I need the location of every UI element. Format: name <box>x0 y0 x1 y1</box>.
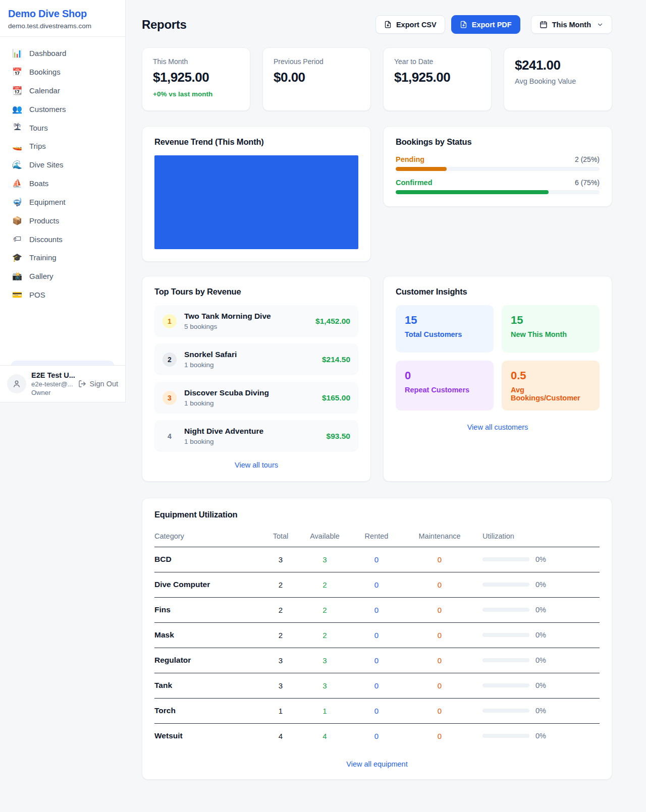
revenue-trend-chart <box>154 155 358 249</box>
sidebar-item-gallery[interactable]: 📸 Gallery <box>7 267 118 285</box>
user-role: Owner <box>31 389 73 396</box>
sidebar-item-dive-sites[interactable]: 🌊 Dive Sites <box>7 155 118 174</box>
charts-row: Revenue Trend (This Month) Bookings by S… <box>142 126 612 262</box>
equipment-maintenance: 0 <box>407 631 472 640</box>
equipment-total: 4 <box>258 732 303 740</box>
equipment-available: 4 <box>303 732 346 740</box>
equipment-utilization-cell: 0% <box>472 707 600 715</box>
bookings-by-status-title: Bookings by Status <box>396 137 600 147</box>
top-tours-title: Top Tours by Revenue <box>154 287 358 297</box>
sidebar: Demo Dive Shop demo.test.divestreams.com… <box>0 0 126 402</box>
sidebar-item-tours[interactable]: 🏝 Tours <box>7 119 118 137</box>
equipment-rented: 0 <box>346 606 407 614</box>
export-csv-button[interactable]: Export CSV <box>375 15 445 34</box>
equipment-utilization-title: Equipment Utilization <box>154 510 600 519</box>
stat-value: $1,925.00 <box>153 70 239 85</box>
equipment-utilization-cell: 0% <box>472 681 600 689</box>
sidebar-item-pos[interactable]: 💳 POS <box>7 285 118 304</box>
sidebar-item-label: Dashboard <box>29 49 66 57</box>
sidebar-item-label: Calendar <box>29 86 60 95</box>
table-row: Wetsuit 4 4 0 0 0% <box>154 724 600 748</box>
stat-label: Avg Booking Value <box>515 77 601 85</box>
sidebar-item-label: Training <box>29 253 57 262</box>
stat-value: $0.00 <box>274 70 360 85</box>
bookings-icon: 📅 <box>12 67 22 77</box>
sidebar-item-training[interactable]: 🎓 Training <box>7 248 118 267</box>
stat-label: This Month <box>153 57 239 66</box>
sidebar-item-bookings[interactable]: 📅 Bookings <box>7 63 118 81</box>
insight-label: Avg Bookings/Customer <box>511 386 590 402</box>
view-all-equipment-link[interactable]: View all equipment <box>154 760 600 768</box>
sidebar-item-boats[interactable]: ⛵ Boats <box>7 174 118 193</box>
sidebar-item-dashboard[interactable]: 📊 Dashboard <box>7 44 118 63</box>
status-count: 2 (25%) <box>575 155 600 163</box>
table-row: Tank 3 3 0 0 0% <box>154 673 600 699</box>
export-pdf-button[interactable]: Export PDF <box>451 15 520 34</box>
equipment-available: 2 <box>303 606 346 614</box>
utilization-percent: 0% <box>535 581 546 589</box>
equipment-utilization-cell: 0% <box>472 631 600 639</box>
sidebar-item-customers[interactable]: 👥 Customers <box>7 100 118 119</box>
status-row-confirmed: Confirmed 6 (75%) <box>396 179 600 194</box>
sidebar-item-calendar[interactable]: 📆 Calendar <box>7 81 118 100</box>
boats-icon: ⛵ <box>12 179 22 188</box>
view-all-customers-link[interactable]: View all customers <box>396 423 600 431</box>
customers-icon: 👥 <box>12 104 22 114</box>
sidebar-item-label: Trips <box>29 142 46 150</box>
equipment-maintenance: 0 <box>407 606 472 614</box>
tour-row: 2 Snorkel Safari 1 booking $214.50 <box>154 343 358 375</box>
utilization-bar-track <box>482 658 529 662</box>
sidebar-item-reports-partial[interactable] <box>11 361 114 365</box>
view-all-tours-link[interactable]: View all tours <box>154 461 358 469</box>
period-selector[interactable]: This Month <box>531 15 612 34</box>
stat-label: Previous Period <box>274 57 360 66</box>
sidebar-item-trips[interactable]: 🚤 Trips <box>7 137 118 155</box>
tour-name: Discover Scuba Diving <box>184 388 269 397</box>
utilization-bar-track <box>482 557 529 561</box>
logout-icon <box>78 380 86 388</box>
utilization-percent: 0% <box>535 555 546 563</box>
sidebar-item-label: POS <box>29 291 45 299</box>
equipment-utilization-card: Equipment Utilization Category Total Ava… <box>142 498 612 780</box>
gallery-icon: 📸 <box>12 271 22 281</box>
equipment-category: BCD <box>154 555 258 564</box>
sidebar-item-discounts[interactable]: 🏷 Discounts <box>7 230 118 248</box>
tour-row: 4 Night Dive Adventure 1 booking $93.50 <box>154 420 358 452</box>
utilization-bar-track <box>482 633 529 637</box>
equipment-utilization-cell: 0% <box>472 555 600 563</box>
status-bar-fill <box>396 167 447 171</box>
stat-card-this-month: This Month $1,925.00 +0% vs last month <box>142 47 250 111</box>
insights-grid: 15 Total Customers 15 New This Month 0 R… <box>396 305 600 411</box>
sign-out-button[interactable]: Sign Out <box>78 380 118 388</box>
equipment-rented: 0 <box>346 707 407 715</box>
equipment-category: Wetsuit <box>154 731 258 740</box>
tour-revenue: $1,452.00 <box>315 317 350 326</box>
insight-value: 0 <box>405 369 484 382</box>
chevron-down-icon <box>597 21 604 28</box>
sidebar-item-label: Boats <box>29 179 48 188</box>
equipment-maintenance: 0 <box>407 656 472 665</box>
pos-icon: 💳 <box>12 290 22 300</box>
equipment-utilization-cell: 0% <box>472 581 600 589</box>
equipment-available: 3 <box>303 656 346 665</box>
user-icon <box>12 379 21 388</box>
tour-bookings: 1 booking <box>184 361 237 369</box>
equipment-maintenance: 0 <box>407 732 472 740</box>
user-name: E2E Test U... <box>31 371 73 379</box>
equipment-category: Fins <box>154 605 258 614</box>
stat-card-year-to-date: Year to Date $1,925.00 <box>383 47 492 111</box>
insight-label: New This Month <box>511 330 590 338</box>
insight-label: Repeat Customers <box>405 386 484 394</box>
equipment-total: 3 <box>258 681 303 690</box>
table-row: Regulator 3 3 0 0 0% <box>154 648 600 673</box>
main-content: Reports Export CSV Export PDF This Month <box>142 0 612 780</box>
stat-label: Year to Date <box>394 57 480 66</box>
sidebar-item-products[interactable]: 📦 Products <box>7 211 118 230</box>
sidebar-item-label: Discounts <box>29 235 63 244</box>
equipment-rented: 0 <box>346 732 407 740</box>
bookings-by-status-card: Bookings by Status Pending 2 (25%) Confi… <box>383 126 612 207</box>
status-bar-fill <box>396 190 549 194</box>
status-label: Pending <box>396 155 424 163</box>
calendar-icon: 📆 <box>12 86 22 95</box>
sidebar-item-equipment[interactable]: 🤿 Equipment <box>7 193 118 211</box>
